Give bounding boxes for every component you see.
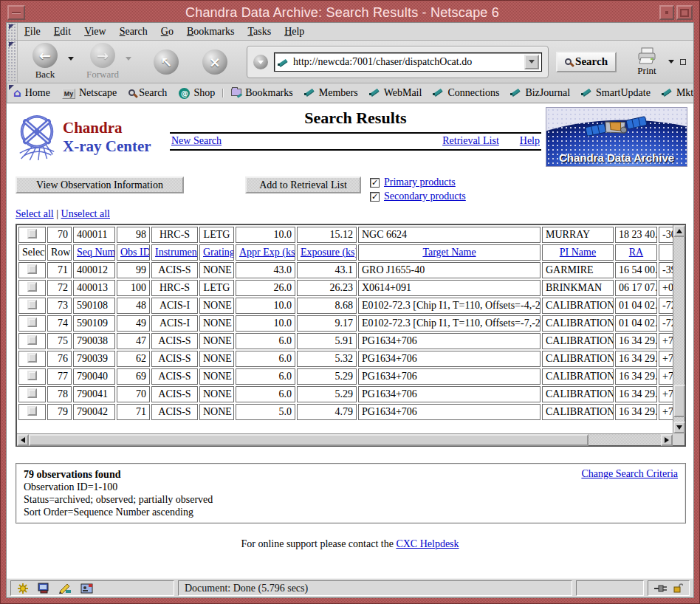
column-header-target-name[interactable]: Target Name	[358, 244, 541, 261]
personal-toolbar-grip[interactable]	[7, 83, 7, 103]
results-table-container: 7040001198HRC-SLETG10.015.12NGC 6624MURR…	[16, 224, 686, 447]
menubar-grip[interactable]	[7, 23, 18, 40]
table-cell: 76	[47, 351, 72, 367]
composer-icon[interactable]	[59, 583, 72, 594]
toolbar-grip[interactable]	[7, 41, 18, 83]
column-header-exposure-ks-[interactable]: Exposure (ks)	[297, 244, 357, 261]
minimize-button[interactable]	[659, 5, 674, 20]
menu-help[interactable]: Help	[278, 26, 311, 38]
print-dropdown-arrow[interactable]	[668, 60, 674, 64]
secondary-products-checkbox[interactable]	[370, 192, 380, 202]
search-button[interactable]: Search	[556, 52, 617, 72]
address-book-icon[interactable]	[80, 583, 93, 594]
scroll-left-button[interactable]	[17, 434, 29, 446]
select-cell	[18, 404, 46, 420]
menu-tasks[interactable]: Tasks	[241, 26, 278, 38]
personal-toolbar-netscape[interactable]: MyNetscape	[56, 87, 123, 99]
back-dropdown-arrow[interactable]	[68, 57, 74, 61]
window-menu-button[interactable]	[7, 5, 25, 20]
scroll-right-button[interactable]	[661, 434, 673, 446]
menu-go[interactable]: Go	[154, 26, 180, 38]
secondary-products-label[interactable]: Secondary products	[384, 191, 466, 202]
row-select-checkbox[interactable]	[27, 229, 37, 238]
page-proxy-icon[interactable]	[253, 55, 268, 69]
vertical-scrollbar-thumb[interactable]	[673, 385, 685, 417]
personal-toolbar-search[interactable]: Search	[123, 87, 173, 99]
row-select-checkbox[interactable]	[27, 388, 37, 398]
column-header-grating[interactable]: Grating	[199, 244, 234, 261]
add-to-retrieval-list-button[interactable]: Add to Retrieval List	[245, 176, 361, 193]
change-search-criteria-link[interactable]: Change Search Criteria	[581, 468, 678, 479]
row-select-checkbox[interactable]	[27, 300, 37, 309]
scroll-up-button[interactable]	[673, 225, 685, 237]
table-cell: 62	[117, 351, 150, 367]
menu-search[interactable]: Search	[113, 26, 154, 38]
primary-products-checkbox[interactable]	[370, 178, 380, 188]
forward-button[interactable]: → Forward	[81, 43, 124, 80]
column-header-ra[interactable]: RA	[615, 244, 657, 261]
horizontal-scrollbar-thumb[interactable]	[29, 434, 589, 446]
table-cell: -39 50 44	[659, 262, 673, 278]
menu-edit[interactable]: Edit	[47, 26, 78, 38]
column-header-appr-exp-ks-[interactable]: Appr Exp (ks)	[236, 244, 295, 261]
personal-toolbar-members[interactable]: Members	[299, 87, 364, 99]
row-select-checkbox[interactable]	[27, 353, 37, 363]
row-select-checkbox[interactable]	[27, 282, 37, 292]
forward-dropdown-arrow[interactable]	[126, 57, 131, 61]
column-header-pi-name[interactable]: PI Name	[542, 244, 614, 261]
bookmark-pen-icon	[511, 87, 521, 99]
print-button[interactable]: Print	[627, 47, 667, 77]
personal-toolbar-shop[interactable]: @Shop	[173, 87, 221, 99]
menu-bookmarks[interactable]: Bookmarks	[180, 26, 241, 38]
column-header-instrument[interactable]: Instrument	[151, 244, 198, 261]
url-dropdown-button[interactable]	[524, 55, 539, 69]
scroll-down-button[interactable]	[673, 422, 685, 433]
row-select-checkbox[interactable]	[27, 318, 37, 327]
personal-toolbar-webmail[interactable]: WebMail	[364, 87, 428, 99]
cxc-helpdesk-link[interactable]: CXC Helpdesk	[396, 538, 459, 549]
personal-toolbar-bookmarks[interactable]: Bookmarks	[225, 87, 299, 99]
row-select-checkbox[interactable]	[27, 371, 37, 380]
view-observation-info-button[interactable]: View Observation Information	[16, 176, 184, 193]
retrieval-list-link[interactable]: Retrieval List	[442, 135, 499, 147]
column-header-obs-id[interactable]: Obs ID	[117, 244, 150, 261]
row-select-checkbox[interactable]	[27, 335, 37, 345]
reload-button[interactable]: ↖	[145, 49, 188, 75]
mail-icon[interactable]	[38, 583, 50, 594]
table-cell: 790040	[73, 368, 115, 385]
row-select-checkbox[interactable]	[27, 264, 37, 274]
url-input[interactable]: http://newcda:7001/chaser/dispatchOcat.d…	[274, 52, 542, 72]
online-plug-icon[interactable]	[654, 584, 669, 593]
navigator-icon[interactable]	[17, 583, 29, 594]
primary-products-label[interactable]: Primary products	[384, 176, 456, 188]
help-link[interactable]: Help	[520, 135, 540, 147]
maximize-button[interactable]	[676, 5, 693, 20]
personal-toolbar-bizjournal[interactable]: BizJournal	[505, 87, 576, 99]
unselect-all-link[interactable]: Unselect all	[61, 208, 110, 219]
url-text[interactable]: http://newcda:7001/chaser/dispatchOcat.d…	[293, 56, 524, 68]
table-cell: +70 31 32	[659, 368, 673, 385]
column-header-seq-num[interactable]: Seq Num	[73, 244, 115, 261]
stop-button[interactable]: ×	[193, 49, 236, 75]
select-all-link[interactable]: Select all	[16, 208, 54, 219]
new-search-link[interactable]: New Search	[171, 135, 222, 147]
personal-toolbar-home[interactable]: ⌂Home	[7, 86, 56, 100]
vertical-scrollbar[interactable]	[673, 225, 684, 433]
toolbar-collapse-box[interactable]	[680, 59, 686, 65]
security-unlock-icon[interactable]	[673, 583, 683, 594]
menu-file[interactable]: File	[18, 26, 47, 38]
column-header-dec[interactable]: Dec	[659, 244, 673, 261]
personal-toolbar-smartupdate[interactable]: SmartUpdate	[576, 87, 656, 99]
menu-view[interactable]: View	[78, 26, 113, 38]
table-cell: 71	[117, 404, 150, 420]
status-bar: Document: Done (5.796 secs)	[7, 578, 693, 597]
personal-toolbar-mktplace[interactable]: Mktplace	[656, 87, 694, 99]
table-cell: +70 31 32	[659, 386, 673, 402]
row-select-checkbox[interactable]	[27, 406, 37, 416]
back-button[interactable]: ← Back	[24, 43, 66, 80]
personal-toolbar-connections[interactable]: Connections	[428, 87, 505, 99]
print-icon	[636, 47, 658, 65]
horizontal-scrollbar[interactable]	[17, 433, 673, 445]
table-cell: ACIS-S	[151, 262, 198, 278]
table-cell: -72 01 55	[659, 298, 673, 314]
